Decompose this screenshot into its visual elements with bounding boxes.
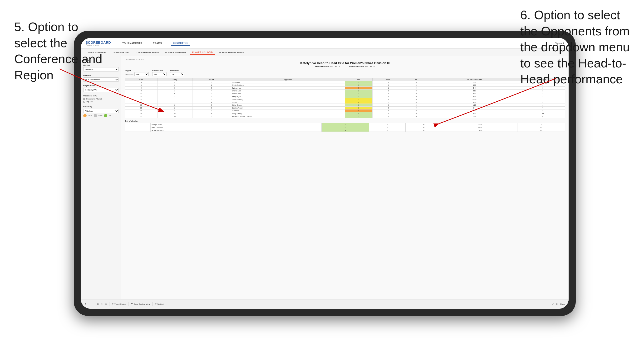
sidebar-opponent-view-label: Opponent view <box>83 95 119 97</box>
colour-circle-down <box>83 114 86 117</box>
tablet-screen: SCOREBOARD Powered by clippd TOURNAMENTS… <box>81 38 568 309</box>
cell-win: 2 <box>345 115 372 118</box>
main-data-table: # Div # Reg # Conf Opponent Win Loss Tie… <box>125 78 565 118</box>
table-row: 16 2 3 Jessica Mason 1 2 0 -0.94 7 <box>125 107 565 110</box>
toolbar-undo[interactable]: ↺ <box>84 303 86 305</box>
cell-conf: 3 <box>192 107 231 110</box>
cell-diff: 4.00 <box>428 84 521 87</box>
toolbar-watch[interactable]: 👁 Watch ▾ <box>155 303 164 305</box>
radio-top-100[interactable]: Top 100 <box>83 101 119 103</box>
filter-conference-row: (All) <box>152 72 166 76</box>
th-loss: Loss <box>372 78 404 81</box>
cell-conf: 3 <box>192 92 231 95</box>
cell-ood-opponent: NCAA Division 2 <box>150 129 322 132</box>
last-updated: Last Updated: 27/03/2024 <box>125 59 565 60</box>
cell-empty <box>125 123 150 126</box>
opponent-view-radios: Opponents Played Top 100 <box>83 98 119 103</box>
cell-opponent: Emily Chang <box>231 112 345 115</box>
cell-diff: -5.00 <box>428 110 521 112</box>
sidebar-colour-by-label: Colour by <box>83 106 119 108</box>
cell-opponent: Sharon Mun <box>231 90 345 92</box>
toolbar-export[interactable]: ↗ <box>552 303 554 305</box>
cell-div: 13 <box>125 98 158 101</box>
table-header-row: # Div # Reg # Conf Opponent Win Loss Tie… <box>125 78 565 81</box>
cell-loss: 0 <box>372 90 404 92</box>
table-row: 19 10 6 Emily Chang 4 1 0 0.30 11 <box>125 112 565 115</box>
cell-div: 11 <box>125 95 158 98</box>
top-nav: SCOREBOARD Powered by clippd TOURNAMENTS… <box>81 38 568 49</box>
cell-rounds: 4 <box>521 92 565 95</box>
cell-ood-diff: 7.400 <box>442 129 518 132</box>
cell-div: 16 <box>125 107 158 110</box>
cell-opponent: Andrea York <box>231 92 345 95</box>
subnav-team-h2h-heatmap[interactable]: TEAM H2H HEATMAP <box>134 50 162 55</box>
cell-empty <box>125 126 150 129</box>
cell-conf: 6 <box>192 112 231 115</box>
cell-win: 2 <box>345 92 372 95</box>
cell-win: 1 <box>345 107 372 110</box>
nav-tournaments[interactable]: TOURNAMENTS <box>120 41 144 46</box>
cell-ood-rounds: 10 <box>517 129 565 132</box>
cell-tie: 0 <box>404 112 428 115</box>
cell-div: 10 <box>125 92 158 95</box>
cell-ood-diff: 9.267 <box>442 126 518 129</box>
cell-opponent: Jessica Mason <box>231 107 345 110</box>
cell-loss: 0 <box>372 98 404 101</box>
conference-filter-select[interactable]: (All) <box>152 72 166 76</box>
subnav-player-h2h-heatmap[interactable]: PLAYER H2H HEATMAP <box>216 50 247 55</box>
nav-committee[interactable]: COMMITTEE <box>171 41 190 46</box>
toolbar-clock[interactable]: ◷ <box>105 303 107 305</box>
cell-ood-opponent: NAIA Division 1 <box>150 126 322 129</box>
toolbar-back[interactable]: ← <box>88 303 90 305</box>
subnav-team-h2h-grid[interactable]: TEAM H2H GRID <box>110 50 133 55</box>
toolbar-save-custom-view[interactable]: 💾 Save Custom View <box>131 303 150 305</box>
colour-by-select[interactable]: Win/loss <box>83 109 119 113</box>
toolbar-share[interactable]: Share <box>560 303 565 305</box>
cell-win: 0 <box>345 110 372 112</box>
radio-opponents-played[interactable]: Opponents Played <box>83 98 119 100</box>
nav-teams[interactable]: TEAMS <box>151 41 164 46</box>
cell-loss: 1 <box>372 112 404 115</box>
table-row: 18 2 2 Euna Lee 0 2 0 -5.00 2 <box>125 110 565 112</box>
toolbar-divider-3 <box>152 302 152 306</box>
region-filter-select[interactable]: (All) <box>134 72 149 76</box>
cell-win: 1 <box>345 90 372 92</box>
table-row: 20 11 7 Federica Domecq Lacroze 2 1 0 1.… <box>125 115 565 118</box>
cell-conf: 7 <box>192 115 231 118</box>
cell-ood-rounds: 2 <box>517 123 565 126</box>
cell-ood-win: 5 <box>322 129 369 132</box>
cell-rounds: 2 <box>521 110 565 112</box>
th-opponent: Opponent <box>231 78 345 81</box>
subnav-player-h2h-grid[interactable]: PLAYER H2H GRID <box>190 50 215 55</box>
cell-conf: 1 <box>192 81 231 84</box>
cell-loss: 2 <box>372 107 404 110</box>
cell-win: 2 <box>345 101 372 104</box>
cell-div: 15 <box>125 104 158 107</box>
cell-div: 3 <box>125 81 158 84</box>
cell-ood-rounds: 30 <box>517 126 565 129</box>
cell-reg: 8 <box>157 104 192 107</box>
player-rank-select[interactable]: 8. Katelyn Vo <box>83 88 119 92</box>
toolbar-grid[interactable]: ⊞ <box>97 303 99 305</box>
cell-diff: 1.50 <box>428 81 521 84</box>
cell-opponent: Stella Cheng <box>231 104 345 107</box>
cell-opponent: Eunice Yi <box>231 101 345 104</box>
toolbar-cut[interactable]: ✂ <box>101 303 103 305</box>
cell-tie: 0 <box>404 90 428 92</box>
cell-ood-tie: 0 <box>406 129 442 132</box>
cell-div: 18 <box>125 110 158 112</box>
toolbar-code[interactable]: ⟨⟩ <box>556 303 558 305</box>
table-row: 3 3 1 Esther Lee 1 0 0 1.50 4 <box>125 81 565 84</box>
cell-ood-tie: 0 <box>406 126 442 129</box>
ood-table-row: Foreign Team 1 0 0 4.500 2 <box>125 123 565 126</box>
toolbar-view-original[interactable]: 👁 View: Original <box>112 303 126 305</box>
cell-reg: 2 <box>157 84 192 87</box>
cell-win: 1 <box>345 98 372 101</box>
table-row: 14 7 4 Eunice Yi 2 2 0 0.38 9 <box>125 101 565 104</box>
cell-loss: 0 <box>372 95 404 98</box>
opponent-filter-select[interactable]: (All) <box>170 72 184 76</box>
toolbar-forward[interactable]: → <box>93 303 95 305</box>
subnav-player-summary[interactable]: PLAYER SUMMARY <box>163 50 189 55</box>
sidebar: Player Gender Women's Division NCAA Divi… <box>81 56 121 299</box>
cell-div: 5 <box>125 84 158 87</box>
